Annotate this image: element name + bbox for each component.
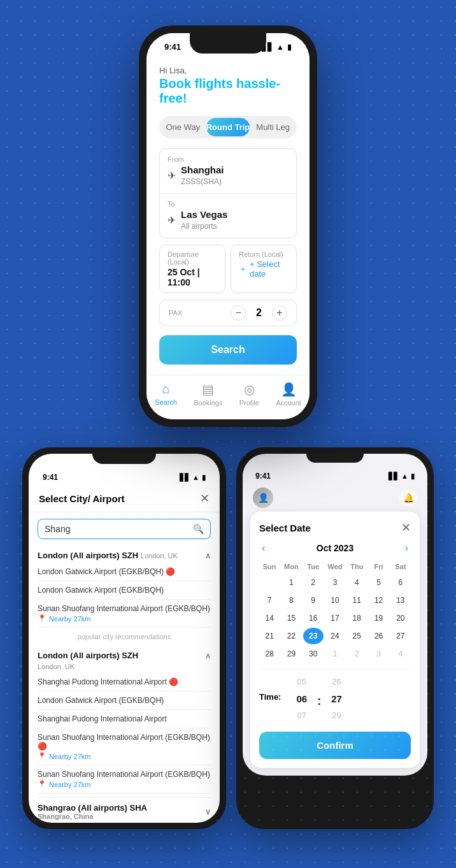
pax-controls: − 2 + <box>231 305 287 321</box>
airport-item-nearby3[interactable]: Sunan Shuofang International Airport (EG… <box>38 765 211 793</box>
cal-day-27[interactable]: 27 <box>390 628 411 644</box>
cal-day-next4: 4 <box>390 646 411 662</box>
city-close-button[interactable]: ✕ <box>200 491 210 505</box>
nav-search[interactable]: ⌂ Search <box>155 382 177 407</box>
nav-account[interactable]: 👤 Account <box>276 382 301 407</box>
from-field-group: From ✈ Shanghai ZSSS(SHA) To ✈ Las <box>159 148 297 238</box>
cal-day-4[interactable]: 4 <box>346 574 367 591</box>
cal-close-button[interactable]: ✕ <box>401 521 411 535</box>
day-header-fri: Fri <box>368 560 388 573</box>
cal-day-17[interactable]: 17 <box>325 610 345 626</box>
search-button[interactable]: Search <box>159 335 297 365</box>
cal-day-13[interactable]: 13 <box>390 592 411 609</box>
cal-battery-icon: ▮ <box>411 472 415 481</box>
cal-day-20[interactable]: 20 <box>390 610 411 626</box>
cal-day-19[interactable]: 19 <box>368 610 388 626</box>
cal-signal-icon: ▋▋ <box>388 472 399 481</box>
multi-leg-button[interactable]: Multi Leg <box>251 118 295 136</box>
cal-day-26[interactable]: 26 <box>368 628 388 644</box>
departure-field[interactable]: Departure (Local) 25 Oct | 11:00 <box>159 245 225 293</box>
date-row: Departure (Local) 25 Oct | 11:00 Return … <box>159 245 297 293</box>
pax-count: 2 <box>256 307 262 319</box>
prev-month-button[interactable]: ‹ <box>259 542 267 554</box>
return-field[interactable]: Return (Local) ＋ + Select date <box>231 245 297 293</box>
cal-day-12[interactable]: 12 <box>368 592 388 609</box>
status-time-sm: 9:41 <box>43 473 58 482</box>
cal-day-11[interactable]: 11 <box>346 592 367 609</box>
cal-day-8[interactable]: 8 <box>281 592 301 609</box>
bottom-row: 9:41 ▋▋ ▲ ▮ Select City/ Airport ✕ 🔍 <box>13 447 443 829</box>
signal-sm-icon: ▋▋ <box>180 474 190 482</box>
cal-day-24[interactable]: 24 <box>325 628 345 644</box>
cal-day-3[interactable]: 3 <box>325 574 345 591</box>
greeting-text: Hi Lisa, <box>159 66 297 75</box>
cal-day-16[interactable]: 16 <box>303 610 324 626</box>
cal-day-21[interactable]: 21 <box>259 628 280 644</box>
time-colon: : <box>317 695 321 708</box>
main-screen: Hi Lisa, Book flights hassle-free! One W… <box>146 55 310 375</box>
cal-day-9[interactable]: 9 <box>303 592 324 609</box>
round-trip-button[interactable]: Round Trip <box>206 118 250 136</box>
bell-icon[interactable]: 🔔 <box>399 489 417 507</box>
cal-day-15[interactable]: 15 <box>281 610 301 626</box>
cal-day-6[interactable]: 6 <box>390 574 411 591</box>
nearby-badge: 📍 Nearby 27km <box>38 614 211 623</box>
chevron-down-icon-3 <box>205 807 211 816</box>
group1-name: London (All airports) SZH London, UK <box>38 551 178 560</box>
cal-day-10[interactable]: 10 <box>325 592 345 609</box>
cal-day-1[interactable]: 1 <box>281 574 301 591</box>
airport-section: London (All airports) SZH London, UK Lon… <box>29 546 220 823</box>
one-way-button[interactable]: One Way <box>161 118 205 136</box>
airport-item[interactable]: Shanghai Pudong International Airport 🔴 <box>38 673 211 691</box>
cal-day-30[interactable]: 30 <box>303 646 324 662</box>
to-city: Las Vegas <box>181 209 227 220</box>
cal-day-23[interactable]: 23 <box>303 628 324 644</box>
avatar: 👤 <box>253 488 273 508</box>
cal-day-7[interactable]: 7 <box>259 592 280 609</box>
time-section: Time: 05 06 07 : 26 27 29 <box>259 669 411 724</box>
confirm-button[interactable]: Confirm <box>259 732 411 759</box>
status-icons-sm: ▋▋ ▲ ▮ <box>180 474 206 482</box>
nearby-badge2: 📍 Nearby 27km <box>38 752 211 760</box>
airport-group-1-header: London (All airports) SZH London, UK <box>38 546 211 563</box>
cal-day-29[interactable]: 29 <box>281 646 301 662</box>
from-city: Shanghai <box>181 164 224 175</box>
city-search-input[interactable] <box>45 524 188 534</box>
group1-sub: London, UK <box>141 552 178 560</box>
hour-active[interactable]: 06 <box>291 690 312 708</box>
cal-day-22[interactable]: 22 <box>281 628 301 644</box>
cal-day-next2: 2 <box>346 646 367 662</box>
to-field[interactable]: To ✈ Las Vegas All airports <box>160 194 296 238</box>
cal-wifi-icon: ▲ <box>401 472 408 481</box>
min-below: 29 <box>327 708 346 724</box>
airport-item-nearby2[interactable]: Sunan Shuofang International Airport (EG… <box>38 728 211 765</box>
airport-item[interactable]: London Gatwick Airport (EGKB/BQH) 🔴 <box>38 563 211 581</box>
next-month-button[interactable]: › <box>403 542 411 554</box>
nav-bookings[interactable]: ▤ Bookings <box>194 382 222 407</box>
cal-day-28[interactable]: 28 <box>259 646 280 662</box>
cal-day-18[interactable]: 18 <box>346 610 367 626</box>
city-search-bar[interactable]: 🔍 <box>38 519 211 539</box>
group2-sub: London, UK <box>38 663 211 673</box>
cal-day-2[interactable]: 2 <box>303 574 324 591</box>
plus-icon: ＋ <box>239 263 247 275</box>
cal-modal-header: Select Date ✕ <box>259 521 411 535</box>
min-active[interactable]: 27 <box>326 690 347 708</box>
from-field[interactable]: From ✈ Shanghai ZSSS(SHA) <box>160 149 296 194</box>
airport-item[interactable]: London Gatwick Airport (EGKB/BQH) <box>38 691 211 710</box>
group2-name: London (All airports) SZH <box>38 651 138 660</box>
cal-day-5[interactable]: 5 <box>368 574 388 591</box>
nav-profile[interactable]: ◎ Profile <box>239 382 259 407</box>
wifi-sm-icon: ▲ <box>192 474 199 482</box>
notch-sm <box>92 454 156 464</box>
time-picker-row: Time: 05 06 07 : 26 27 29 <box>259 674 411 724</box>
cal-day-14[interactable]: 14 <box>259 610 280 626</box>
pax-minus-button[interactable]: − <box>231 305 246 321</box>
airport-item[interactable]: Shanghai Pudong International Airport <box>38 710 211 728</box>
airport-item[interactable]: London Gatwick Airport (EGKB/BQH) <box>38 581 211 600</box>
cal-day-25[interactable]: 25 <box>346 628 367 644</box>
city-modal-title: Select City/ Airport <box>39 493 124 504</box>
hot-icon: 🔴 <box>38 742 47 751</box>
pax-plus-button[interactable]: + <box>272 305 287 321</box>
airport-item-nearby[interactable]: Sunan Shuofang International Airport (EG… <box>38 600 211 628</box>
